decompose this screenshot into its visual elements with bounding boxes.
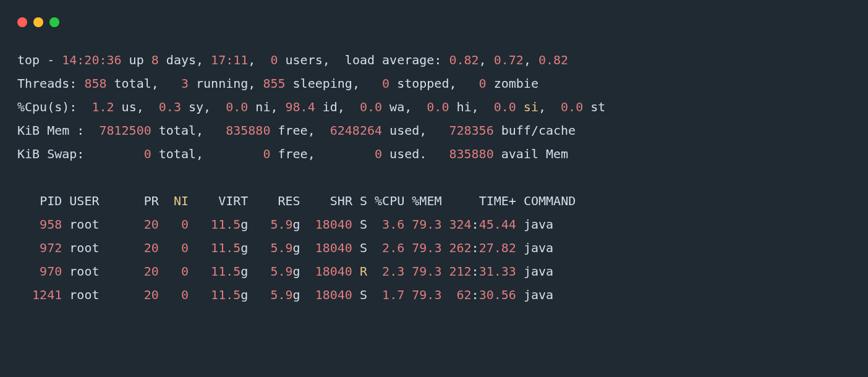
table-row: 970 root 20 0 11.5g 5.9g 18040 R 2.3 79.… xyxy=(17,264,553,279)
cell-mem: 79.3 xyxy=(412,264,441,279)
cell-ni: 0 xyxy=(166,264,189,279)
cell-s: S xyxy=(360,240,367,255)
cell-mem: 79.3 xyxy=(412,240,441,255)
cell-pid: 1241 xyxy=(17,287,62,302)
cell-cmd: java xyxy=(524,217,553,232)
cell-cmd: java xyxy=(524,264,553,279)
cell-virt: 11.5 xyxy=(211,287,240,302)
swap-line: KiB Swap: 0 total, 0 free, 0 used. 83588… xyxy=(17,146,568,161)
cell-shr: 18040 xyxy=(315,240,352,255)
cell-ni: 0 xyxy=(166,287,189,302)
cell-mem: 79.3 xyxy=(412,217,441,232)
cell-ni: 0 xyxy=(166,217,189,232)
threads-line: Threads: 858 total, 3 running, 855 sleep… xyxy=(17,76,538,91)
table-row: 958 root 20 0 11.5g 5.9g 18040 S 3.6 79.… xyxy=(17,217,553,232)
minimize-icon[interactable] xyxy=(33,17,43,27)
cell-pr: 20 xyxy=(137,240,159,255)
cell-shr: 18040 xyxy=(315,264,352,279)
cell-cpu: 3.6 xyxy=(375,217,404,232)
cell-user: root xyxy=(69,287,136,302)
cell-user: root xyxy=(69,217,136,232)
process-list: 958 root 20 0 11.5g 5.9g 18040 S 3.6 79.… xyxy=(17,217,553,302)
terminal-window: top - 14:20:36 up 8 days, 17:11, 0 users… xyxy=(0,0,868,377)
cell-cmd: java xyxy=(524,287,553,302)
top-output: top - 14:20:36 up 8 days, 17:11, 0 users… xyxy=(17,48,851,307)
cell-s: S xyxy=(360,217,367,232)
cell-cpu: 1.7 xyxy=(375,287,404,302)
maximize-icon[interactable] xyxy=(49,17,59,27)
summary-line: top - 14:20:36 up 8 days, 17:11, 0 users… xyxy=(17,53,568,67)
cell-time-a: 324 xyxy=(449,217,471,232)
cell-pid: 972 xyxy=(17,240,62,255)
cell-virt: 11.5 xyxy=(211,217,240,232)
window-controls xyxy=(17,17,851,27)
table-header: PID USER PR NI VIRT RES SHR S %CPU %MEM … xyxy=(17,193,576,208)
cell-ni: 0 xyxy=(166,240,189,255)
cell-pid: 958 xyxy=(17,217,62,232)
cell-time-a: 212 xyxy=(449,264,471,279)
cell-cpu: 2.6 xyxy=(375,240,404,255)
cell-virt: 11.5 xyxy=(211,240,240,255)
cell-virt: 11.5 xyxy=(211,264,240,279)
cell-time-a: 62 xyxy=(449,287,471,302)
cell-res: 5.9 xyxy=(270,217,292,232)
cell-cpu: 2.3 xyxy=(375,264,404,279)
cell-s: R xyxy=(360,264,367,279)
cell-s: S xyxy=(360,287,367,302)
cell-mem: 79.3 xyxy=(412,287,441,302)
cell-pr: 20 xyxy=(137,217,159,232)
cell-user: root xyxy=(69,264,136,279)
cell-user: root xyxy=(69,240,136,255)
cell-cmd: java xyxy=(524,240,553,255)
cell-pr: 20 xyxy=(137,287,159,302)
cell-res: 5.9 xyxy=(270,240,292,255)
cell-shr: 18040 xyxy=(315,217,352,232)
cell-time-b: 30.56 xyxy=(479,287,516,302)
cell-time-a: 262 xyxy=(449,240,471,255)
cell-res: 5.9 xyxy=(270,287,292,302)
cell-time-b: 27.82 xyxy=(479,240,516,255)
mem-line: KiB Mem : 7812500 total, 835880 free, 62… xyxy=(17,123,576,138)
table-row: 1241 root 20 0 11.5g 5.9g 18040 S 1.7 79… xyxy=(17,287,553,302)
cell-pid: 970 xyxy=(17,264,62,279)
cell-shr: 18040 xyxy=(315,287,352,302)
cell-res: 5.9 xyxy=(270,264,292,279)
cell-time-b: 45.44 xyxy=(479,217,516,232)
close-icon[interactable] xyxy=(17,17,27,27)
cpu-line: %Cpu(s): 1.2 us, 0.3 sy, 0.0 ni, 98.4 id… xyxy=(17,100,605,114)
cell-pr: 20 xyxy=(137,264,159,279)
table-row: 972 root 20 0 11.5g 5.9g 18040 S 2.6 79.… xyxy=(17,240,553,255)
cell-time-b: 31.33 xyxy=(479,264,516,279)
